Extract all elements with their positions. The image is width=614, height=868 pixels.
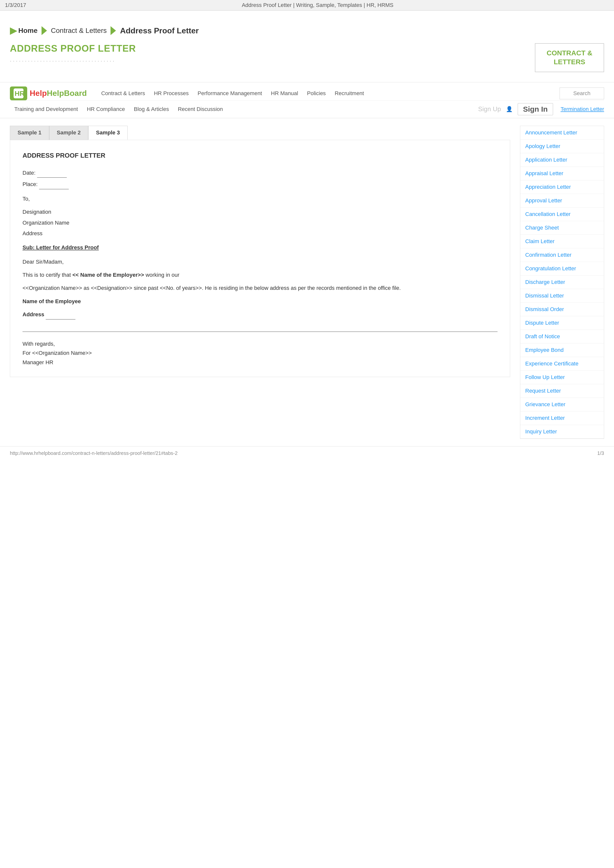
sidebar-link-5[interactable]: Approval Letter — [520, 194, 604, 207]
bottom-nav-row: Training and Development HR Compliance B… — [10, 101, 604, 118]
date-field — [37, 168, 67, 178]
tabs-row: Sample 1 Sample 2 Sample 3 — [10, 126, 510, 140]
nav-item-recent[interactable]: Recent Discussion — [173, 104, 227, 115]
tab-sample2[interactable]: Sample 2 — [49, 126, 89, 140]
sidebar-link-16[interactable]: Employee Bond — [520, 343, 604, 357]
sidebar-link-15[interactable]: Draft of Notice — [520, 330, 604, 343]
sidebar-list-item: Employee Bond — [520, 343, 604, 357]
sidebar-link-17[interactable]: Experience Certificate — [520, 357, 604, 370]
breadcrumb-section[interactable]: Contract & Letters — [51, 27, 107, 35]
sidebar-link-7[interactable]: Charge Sheet — [520, 221, 604, 234]
nav-item-recruitment[interactable]: Recruitment — [330, 88, 368, 99]
nav-logo[interactable]: HR HelpHelpBoard — [10, 87, 87, 100]
letter-address-to: Address — [22, 229, 497, 238]
sign-up-button[interactable]: Sign Up — [478, 105, 501, 113]
contract-letters-box: CONTRACT &LETTERS — [535, 43, 604, 72]
place-field — [39, 180, 69, 189]
footer-url: http://www.hrhelpboard.com/contract-n-le… — [10, 450, 177, 456]
nav-item-blog[interactable]: Blog & Articles — [129, 104, 173, 115]
sidebar-list-item: Inquiry Letter — [520, 425, 604, 439]
breadcrumb-current: Address Proof Letter — [120, 26, 199, 35]
sidebar-list-item: Draft of Notice — [520, 330, 604, 343]
tab-sample3[interactable]: Sample 3 — [88, 126, 127, 140]
sidebar-link-8[interactable]: Claim Letter — [520, 235, 604, 248]
sidebar-list-item: Increment Letter — [520, 411, 604, 425]
page-title: ADDRESS PROOF LETTER — [10, 43, 136, 54]
sidebar-list-item: Announcement Letter — [520, 126, 604, 140]
search-box[interactable]: Search — [560, 87, 604, 99]
letter-body1: This is to certify that << Name of the E… — [22, 270, 497, 279]
sidebar-link-10[interactable]: Congratulation Letter — [520, 262, 604, 275]
bottom-bar: http://www.hrhelpboard.com/contract-n-le… — [0, 446, 614, 460]
letter-to: To, — [22, 194, 497, 203]
sidebar-link-3[interactable]: Appraisal Letter — [520, 167, 604, 180]
sidebar-list-item: Appreciation Letter — [520, 180, 604, 194]
nav-item-compliance[interactable]: HR Compliance — [82, 104, 129, 115]
termination-link[interactable]: Termination Letter — [561, 106, 604, 112]
sidebar-link-13[interactable]: Dismissal Order — [520, 303, 604, 316]
sidebar-link-1[interactable]: Apology Letter — [520, 140, 604, 153]
sidebar-list-item: Apology Letter — [520, 140, 604, 153]
sidebar-link-4[interactable]: Appreciation Letter — [520, 180, 604, 194]
letter-date: Date: — [22, 168, 497, 178]
sidebar-list-item: Request Letter — [520, 384, 604, 398]
sidebar-list-item: Follow Up Letter — [520, 370, 604, 384]
sidebar-list: Announcement LetterApology LetterApplica… — [520, 126, 604, 439]
hero-bottom: ADDRESS PROOF LETTER · · · · · · · · · ·… — [10, 43, 604, 72]
letter-closing: With regards, For <<Organization Name>> … — [22, 339, 497, 367]
browser-bar: 1/3/2017 Address Proof Letter | Writing,… — [0, 0, 614, 11]
sidebar-list-item: Claim Letter — [520, 235, 604, 248]
sign-in-button[interactable]: Sign In — [518, 103, 553, 115]
nav-items: Contract & Letters HR Processes Performa… — [97, 88, 557, 99]
letter-content: ADDRESS PROOF LETTER Date: Place: To, De… — [10, 140, 510, 377]
nav-item-hr-manual[interactable]: HR Manual — [267, 88, 303, 99]
sidebar-link-22[interactable]: Inquiry Letter — [520, 425, 604, 438]
sidebar: Announcement LetterApology LetterApplica… — [520, 126, 604, 439]
sidebar-link-12[interactable]: Dismissal Letter — [520, 289, 604, 302]
letter-address-label: Address — [22, 310, 497, 319]
nav-item-hr-processes[interactable]: HR Processes — [149, 88, 193, 99]
sidebar-link-9[interactable]: Confirmation Letter — [520, 248, 604, 262]
footer-page: 1/3 — [597, 450, 604, 456]
user-icon: 👤 — [506, 106, 513, 112]
sidebar-link-19[interactable]: Request Letter — [520, 384, 604, 398]
breadcrumb-home[interactable]: ▶ Home — [10, 25, 37, 36]
logo-icon: HR — [10, 87, 27, 100]
nav-wrapper: HR HelpHelpBoard Contract & Letters HR P… — [0, 82, 614, 118]
article-area: Sample 1 Sample 2 Sample 3 ADDRESS PROOF… — [10, 126, 520, 439]
top-nav-row: HR HelpHelpBoard Contract & Letters HR P… — [10, 82, 604, 101]
sidebar-link-18[interactable]: Follow Up Letter — [520, 370, 604, 384]
letter-title: ADDRESS PROOF LETTER — [22, 150, 497, 161]
sidebar-list-item: Cancellation Letter — [520, 208, 604, 221]
browser-title: Address Proof Letter | Writing, Sample, … — [242, 2, 393, 8]
hero-area: ▶ Home Contract & Letters Address Proof … — [0, 11, 614, 82]
breadcrumb-arrow1 — [42, 26, 47, 35]
sidebar-link-14[interactable]: Dispute Letter — [520, 316, 604, 330]
sidebar-link-2[interactable]: Application Letter — [520, 153, 604, 167]
sidebar-link-0[interactable]: Announcement Letter — [520, 126, 604, 140]
sidebar-list-item: Congratulation Letter — [520, 262, 604, 276]
nav-item-policies[interactable]: Policies — [303, 88, 330, 99]
sidebar-link-21[interactable]: Increment Letter — [520, 411, 604, 425]
hero-left: ADDRESS PROOF LETTER · · · · · · · · · ·… — [10, 43, 136, 64]
letter-subject: Sub: Letter for Address Proof — [22, 243, 497, 252]
address-field — [46, 310, 75, 319]
nav-item-contract[interactable]: Contract & Letters — [97, 88, 149, 99]
letter-body2: <<Organization Name>> as <<Designation>>… — [22, 284, 497, 293]
browser-date: 1/3/2017 — [5, 2, 26, 8]
letter-org: Organization Name — [22, 218, 497, 227]
letter-place: Place: — [22, 180, 497, 189]
letter-salutation: Dear Sir/Madam, — [22, 257, 497, 267]
breadcrumb-arrow2 — [110, 26, 116, 35]
sidebar-list-item: Confirmation Letter — [520, 248, 604, 262]
nav-item-training[interactable]: Training and Development — [10, 104, 82, 115]
nav-item-perf[interactable]: Performance Management — [193, 88, 266, 99]
sidebar-link-11[interactable]: Discharge Letter — [520, 276, 604, 289]
sidebar-link-20[interactable]: Grievance Letter — [520, 398, 604, 411]
sidebar-list-item: Experience Certificate — [520, 357, 604, 370]
sidebar-list-item: Appraisal Letter — [520, 167, 604, 180]
sidebar-list-item: Grievance Letter — [520, 398, 604, 411]
sign-area: Sign Up 👤 Sign In Termination Letter — [478, 103, 604, 115]
sidebar-link-6[interactable]: Cancellation Letter — [520, 208, 604, 221]
tab-sample1[interactable]: Sample 1 — [10, 126, 49, 140]
